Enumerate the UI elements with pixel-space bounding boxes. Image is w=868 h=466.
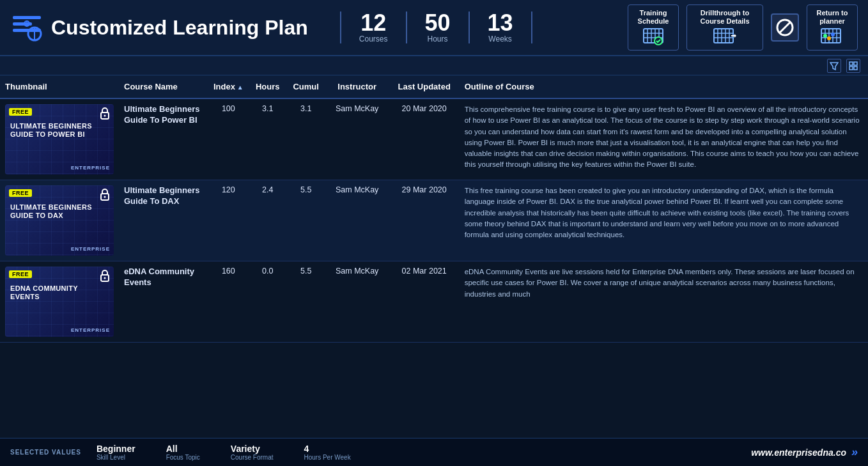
drillthrough-button[interactable]: Drillthrough toCourse Details	[686, 4, 763, 50]
footer-values-area: BeginnerSkill LevelAllFocus TopicVariety…	[97, 444, 751, 461]
return-to-planner-button[interactable]: Return toplanner	[807, 4, 858, 50]
svg-point-42	[104, 115, 106, 117]
header: Customized Learning Plan 12 Courses 50 H…	[0, 0, 868, 56]
stat-weeks: 13 Weeks	[470, 12, 532, 43]
col-header-name: Course Name	[119, 75, 208, 98]
thumbnail-title: eDNA COMMUNITY EVENTS	[10, 284, 109, 301]
cumul-cell: 5.5	[287, 180, 325, 261]
footer-value-0: BeginnerSkill Level	[97, 444, 136, 461]
footer-val-main: Beginner	[97, 444, 136, 454]
footer: SELECTED VALUES BeginnerSkill LevelAllFo…	[0, 438, 868, 466]
selected-values-label: SELECTED VALUES	[10, 449, 81, 456]
hours-cell: 3.1	[249, 98, 287, 180]
app-logo-icon	[10, 11, 43, 44]
course-name-text: Ultimate Beginners Guide To Power BI	[124, 104, 199, 125]
course-name-cell: eDNA Community Events	[119, 261, 208, 343]
header-actions: TrainingSchedule Drillthrough toCourse D…	[628, 4, 858, 50]
hours-count: 50	[425, 12, 451, 35]
filter-icon-button[interactable]	[827, 59, 841, 73]
last-updated-cell: 20 Mar 2020	[389, 98, 460, 180]
instructor-cell: Sam McKay	[325, 180, 389, 261]
table-row[interactable]: FREE ULTIMATE BEGINNERS GUIDE TO DAXENTE…	[0, 180, 868, 261]
free-badge: FREE	[9, 189, 32, 197]
footer-val-main: All	[166, 444, 200, 454]
training-schedule-button[interactable]: TrainingSchedule	[628, 4, 679, 50]
course-table[interactable]: Thumbnail Course Name Index Hours Cumul …	[0, 75, 868, 438]
svg-rect-37	[849, 62, 853, 65]
main-content: Thumbnail Course Name Index Hours Cumul …	[0, 75, 868, 438]
stat-hours: 50 Hours	[407, 12, 470, 43]
footer-value-3: 4Hours Per Week	[304, 444, 351, 461]
course-name-text: Ultimate Beginners Guide To DAX	[124, 185, 199, 206]
footer-val-main: Variety	[231, 444, 274, 454]
grid-view-button[interactable]	[846, 59, 860, 73]
thumbnail-enterprise-label: ENTERPRISE	[71, 327, 110, 333]
outline-text: This comprehensive free training course …	[465, 105, 860, 168]
svg-marker-23	[734, 34, 736, 38]
toolbar	[0, 56, 868, 75]
weeks-count: 13	[488, 12, 513, 35]
lock-icon	[100, 188, 110, 203]
outline-cell: This comprehensive free training course …	[460, 98, 868, 180]
svg-rect-40	[854, 66, 857, 70]
footer-val-sub: Focus Topic	[166, 454, 200, 461]
col-header-outline: Outline of Course	[460, 75, 868, 98]
outline-text: eDNA Community Events are live sessions …	[465, 268, 855, 298]
col-header-hours[interactable]: Hours	[249, 75, 287, 98]
return-icon	[821, 28, 844, 46]
svg-point-33	[823, 34, 827, 38]
thumbnail-enterprise-label: ENTERPRISE	[71, 165, 110, 171]
svg-rect-2	[13, 29, 41, 32]
thumbnail-cell: FREE ULTIMATE BEGINNERS GUIDE TO DAXENTE…	[0, 180, 119, 261]
col-header-thumbnail: Thumbnail	[0, 75, 119, 98]
hours-label: Hours	[428, 35, 448, 43]
course-name-cell: Ultimate Beginners Guide To Power BI	[119, 98, 208, 180]
outline-text: This free training course has been creat…	[465, 187, 849, 238]
col-header-index[interactable]: Index	[208, 75, 249, 98]
lock-icon	[100, 269, 110, 284]
cumul-cell: 5.5	[287, 261, 325, 343]
free-badge: FREE	[9, 270, 32, 278]
footer-val-sub: Hours Per Week	[304, 454, 351, 461]
disabled-icon-button[interactable]	[771, 13, 799, 42]
svg-point-35	[831, 33, 835, 36]
training-schedule-label: TrainingSchedule	[638, 9, 669, 26]
lock-icon	[100, 107, 110, 122]
table-header-row: Thumbnail Course Name Index Hours Cumul …	[0, 75, 868, 98]
footer-url: www.enterprisedna.co »	[751, 446, 858, 459]
last-updated-cell: 02 Mar 2021	[389, 261, 460, 343]
svg-point-44	[104, 196, 106, 198]
page-title: Customized Learning Plan	[51, 16, 308, 40]
cumul-cell: 3.1	[287, 98, 325, 180]
footer-val-main: 4	[304, 444, 351, 454]
thumbnail-cell: FREE eDNA COMMUNITY EVENTSENTERPRISE	[0, 261, 119, 343]
instructor-cell: Sam McKay	[325, 261, 389, 343]
table-row[interactable]: FREE ULTIMATE BEGINNERS GUIDE TO POWER B…	[0, 98, 868, 180]
footer-val-sub: Skill Level	[97, 454, 136, 461]
svg-point-46	[104, 277, 106, 279]
weeks-label: Weeks	[488, 35, 511, 43]
svg-point-34	[827, 36, 831, 40]
footer-value-1: AllFocus Topic	[166, 444, 200, 461]
col-header-updated[interactable]: Last Updated	[389, 75, 460, 98]
thumbnail-cell: FREE ULTIMATE BEGINNERS GUIDE TO POWER B…	[0, 98, 119, 180]
courses-label: Courses	[359, 35, 388, 43]
instructor-cell: Sam McKay	[325, 98, 389, 180]
stat-courses: 12 Courses	[340, 12, 407, 43]
svg-line-25	[779, 22, 791, 33]
hours-cell: 2.4	[249, 180, 287, 261]
thumbnail-enterprise-label: ENTERPRISE	[71, 246, 110, 252]
logo-area: Customized Learning Plan	[10, 11, 308, 44]
table-row[interactable]: FREE eDNA COMMUNITY EVENTSENTERPRISEeDNA…	[0, 261, 868, 343]
outline-cell: eDNA Community Events are live sessions …	[460, 261, 868, 343]
course-name-text: eDNA Community Events	[124, 267, 194, 287]
svg-marker-36	[830, 63, 838, 70]
svg-rect-39	[849, 66, 853, 70]
stats-area: 12 Courses 50 Hours 13 Weeks	[340, 12, 532, 43]
footer-value-2: VarietyCourse Format	[231, 444, 274, 461]
thumbnail-title: ULTIMATE BEGINNERS GUIDE TO POWER BI	[10, 122, 109, 139]
thumbnail-title: ULTIMATE BEGINNERS GUIDE TO DAX	[10, 203, 109, 220]
chevron-right-icon: »	[851, 446, 858, 459]
col-header-cumul[interactable]: Cumul	[287, 75, 325, 98]
col-header-instructor[interactable]: Instructor	[325, 75, 389, 98]
